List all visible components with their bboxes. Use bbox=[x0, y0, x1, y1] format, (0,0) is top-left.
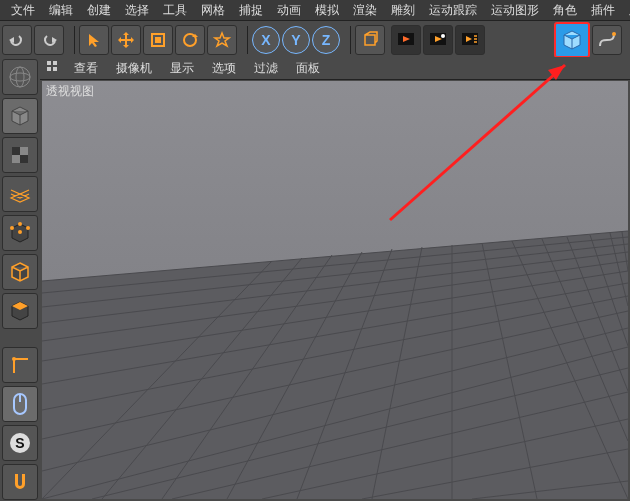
viewport-nav-icon[interactable] bbox=[46, 60, 60, 77]
perspective-viewport[interactable] bbox=[42, 81, 628, 499]
undo-button[interactable] bbox=[2, 25, 32, 55]
view-menu-filter[interactable]: 过滤 bbox=[250, 58, 282, 79]
add-spline-button[interactable] bbox=[592, 25, 622, 55]
rotate-tool-button[interactable] bbox=[175, 25, 205, 55]
svg-point-24 bbox=[18, 230, 22, 234]
render-settings-button[interactable] bbox=[455, 25, 485, 55]
add-primitive-cube-button[interactable] bbox=[554, 22, 590, 58]
svg-rect-19 bbox=[12, 147, 20, 155]
svg-rect-32 bbox=[47, 67, 51, 71]
view-menu-options[interactable]: 选项 bbox=[208, 58, 240, 79]
axis-lock-x-button[interactable]: X bbox=[252, 26, 280, 54]
axis-lock-z-button[interactable]: Z bbox=[312, 26, 340, 54]
menu-anim[interactable]: 动画 bbox=[270, 0, 308, 21]
menu-select[interactable]: 选择 bbox=[118, 0, 156, 21]
svg-marker-2 bbox=[89, 34, 99, 47]
view-menu-camera[interactable]: 摄像机 bbox=[112, 58, 156, 79]
move-tool-button[interactable] bbox=[111, 25, 141, 55]
model-texture-button[interactable] bbox=[2, 137, 38, 173]
magnet-button[interactable] bbox=[2, 464, 38, 500]
menu-script[interactable]: 脚本 bbox=[622, 0, 630, 21]
main-toolbar: X Y Z bbox=[0, 21, 630, 59]
menu-create[interactable]: 创建 bbox=[80, 0, 118, 21]
main-menu-bar: 文件 编辑 创建 选择 工具 网格 捕捉 动画 模拟 渲染 雕刻 运动跟踪 运动… bbox=[0, 0, 630, 21]
menu-char[interactable]: 角色 bbox=[546, 0, 584, 21]
menu-file[interactable]: 文件 bbox=[4, 0, 42, 21]
menu-sculpt[interactable]: 雕刻 bbox=[384, 0, 422, 21]
svg-point-25 bbox=[12, 357, 16, 361]
menu-render[interactable]: 渲染 bbox=[346, 0, 384, 21]
menu-tool[interactable]: 工具 bbox=[156, 0, 194, 21]
axis-lock-y-button[interactable]: Y bbox=[282, 26, 310, 54]
svg-point-16 bbox=[16, 67, 24, 87]
workplane-button[interactable] bbox=[2, 176, 38, 212]
svg-rect-33 bbox=[53, 67, 57, 71]
svg-point-23 bbox=[10, 226, 14, 230]
viewport-menu-bar: 查看 摄像机 显示 选项 过滤 面板 bbox=[40, 57, 630, 80]
svg-point-11 bbox=[441, 34, 445, 38]
svg-point-17 bbox=[10, 73, 30, 81]
main-area: S 查看 摄像机 显示 选项 过滤 面板 透视视图 bbox=[0, 57, 630, 501]
menu-edit[interactable]: 编辑 bbox=[42, 0, 80, 21]
svg-text:S: S bbox=[15, 435, 24, 451]
snap-toggle-button[interactable]: S bbox=[2, 425, 38, 461]
svg-rect-4 bbox=[155, 37, 161, 43]
model-edge-button[interactable] bbox=[2, 254, 38, 290]
menu-mograph[interactable]: 运动图形 bbox=[484, 0, 546, 21]
menu-plugin[interactable]: 插件 bbox=[584, 0, 622, 21]
coord-system-button[interactable] bbox=[355, 25, 385, 55]
view-menu-display[interactable]: 显示 bbox=[166, 58, 198, 79]
svg-rect-30 bbox=[47, 61, 51, 65]
axis-tool-button[interactable] bbox=[2, 347, 38, 383]
left-tool-palette: S bbox=[0, 57, 41, 501]
menu-sim[interactable]: 模拟 bbox=[308, 0, 346, 21]
model-object-button[interactable] bbox=[2, 98, 38, 134]
model-poly-button[interactable] bbox=[2, 293, 38, 329]
svg-rect-20 bbox=[20, 155, 28, 163]
svg-point-22 bbox=[26, 226, 30, 230]
render-view-button[interactable] bbox=[391, 25, 421, 55]
render-pv-button[interactable] bbox=[423, 25, 453, 55]
svg-point-15 bbox=[10, 67, 30, 87]
view-menu-view[interactable]: 查看 bbox=[70, 58, 102, 79]
mouse-tweak-button[interactable] bbox=[2, 386, 38, 422]
svg-point-21 bbox=[18, 222, 22, 226]
viewport-label: 透视视图 bbox=[46, 83, 94, 100]
svg-point-14 bbox=[612, 32, 616, 36]
model-point-button[interactable] bbox=[2, 215, 38, 251]
menu-track[interactable]: 运动跟踪 bbox=[422, 0, 484, 21]
globe-icon[interactable] bbox=[2, 59, 38, 95]
last-tool-button[interactable] bbox=[207, 25, 237, 55]
menu-snap[interactable]: 捕捉 bbox=[232, 0, 270, 21]
cursor-tool-button[interactable] bbox=[79, 25, 109, 55]
scale-tool-button[interactable] bbox=[143, 25, 173, 55]
viewport-panel: 查看 摄像机 显示 选项 过滤 面板 透视视图 bbox=[40, 57, 630, 501]
redo-button[interactable] bbox=[34, 25, 64, 55]
svg-rect-31 bbox=[53, 61, 57, 65]
menu-mesh[interactable]: 网格 bbox=[194, 0, 232, 21]
view-menu-panel[interactable]: 面板 bbox=[292, 58, 324, 79]
